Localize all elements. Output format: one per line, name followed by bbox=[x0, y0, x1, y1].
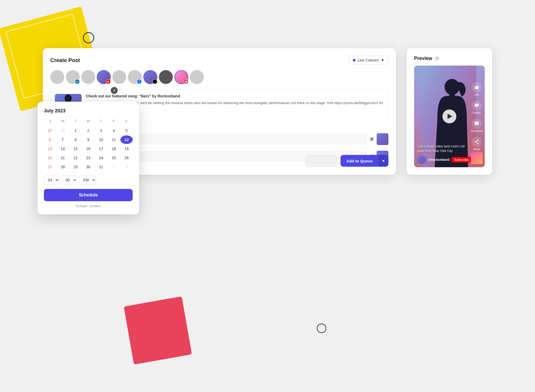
dislike-icon bbox=[472, 100, 482, 111]
video-description-text: Live concert video best rock'n roll band… bbox=[417, 144, 470, 153]
tiktok-badge: ♪ bbox=[152, 79, 157, 84]
cal-day[interactable]: 31 bbox=[95, 163, 107, 171]
cal-day[interactable]: 10 bbox=[95, 135, 107, 144]
ampm-select[interactable]: AM PM bbox=[79, 176, 96, 185]
cal-day[interactable]: 28 bbox=[57, 163, 69, 171]
cal-day[interactable]: 18 bbox=[108, 144, 120, 153]
cal-day[interactable]: 27 bbox=[44, 163, 56, 171]
cal-day[interactable]: 13 bbox=[44, 144, 56, 153]
weekday-s1: S bbox=[44, 118, 56, 124]
avatar-4[interactable]: ▶ bbox=[97, 70, 111, 84]
comment-label: Comment bbox=[471, 130, 483, 132]
youtube-badge: ▶ bbox=[106, 79, 111, 84]
panel-header: Create Post Live Concert ▼ bbox=[50, 56, 388, 65]
cal-day-selected[interactable]: 12 bbox=[120, 135, 133, 144]
video-preview-card: Like Dislike Comment bbox=[414, 66, 485, 167]
cal-day[interactable]: 17 bbox=[95, 144, 107, 153]
instagram-badge: ◉ bbox=[184, 79, 188, 84]
add-to-queue-group: Add to Queue ▼ bbox=[305, 155, 388, 167]
avatar-2[interactable]: in bbox=[66, 70, 80, 84]
channel-row: @rockonband Subscribe bbox=[417, 155, 470, 164]
cal-day[interactable]: 29 bbox=[69, 163, 82, 171]
avatar-8[interactable] bbox=[159, 70, 173, 84]
dropdown-arrow-icon: ▼ bbox=[381, 58, 384, 62]
avatar-9[interactable]: ◉ bbox=[174, 70, 188, 84]
cal-day[interactable]: 27 bbox=[44, 126, 56, 135]
cal-day[interactable]: 11 bbox=[108, 135, 120, 144]
close-post-button[interactable]: ✕ bbox=[111, 87, 118, 94]
dislike-action[interactable]: Dislike bbox=[472, 100, 482, 114]
play-icon bbox=[448, 114, 452, 119]
avatar-5[interactable] bbox=[112, 70, 126, 84]
cal-day[interactable]: 9 bbox=[82, 135, 94, 144]
hour-select[interactable]: 03 04 05 bbox=[44, 176, 59, 185]
cal-day[interactable]: 8 bbox=[69, 135, 82, 144]
image-placeholder-icon-1: ⊞ bbox=[370, 137, 374, 141]
cal-day[interactable]: 20 bbox=[44, 154, 56, 162]
calendar-overlay: July 2023 S M T W T F S 27 28 1 2 3 4 5 … bbox=[37, 102, 139, 214]
svg-point-7 bbox=[65, 94, 72, 102]
cal-day[interactable]: 7 bbox=[57, 135, 69, 144]
bg-red-shape bbox=[124, 296, 192, 365]
avatar-6[interactable]: f bbox=[128, 70, 142, 84]
weekday-w: W bbox=[82, 118, 94, 124]
subscribe-button[interactable]: Subscribe bbox=[452, 157, 471, 162]
preview-title: Preview bbox=[414, 56, 432, 61]
cal-day[interactable]: 19 bbox=[120, 144, 133, 153]
svg-point-9 bbox=[445, 79, 460, 95]
weekday-m: M bbox=[56, 118, 69, 124]
weekday-f: F bbox=[107, 118, 120, 124]
post-featured-text: Check out our featured song: "Bars" by R… bbox=[86, 94, 384, 98]
cal-day[interactable]: 15 bbox=[69, 144, 82, 153]
avatar-7[interactable]: ♪ bbox=[143, 70, 157, 84]
cal-day[interactable]: 16 bbox=[82, 144, 94, 153]
circle-bottom-decoration bbox=[317, 324, 326, 333]
share-label: Share bbox=[473, 148, 480, 151]
comment-action[interactable]: Comment bbox=[471, 119, 483, 132]
cal-day[interactable]: 26 bbox=[120, 154, 133, 162]
share-icon bbox=[472, 137, 482, 147]
dislike-label: Dislike bbox=[473, 111, 481, 114]
cal-day[interactable]: 2 bbox=[82, 126, 94, 135]
avatar-10[interactable] bbox=[190, 70, 204, 84]
add-to-queue-button[interactable]: Add to Queue bbox=[341, 155, 379, 167]
avatar-3[interactable] bbox=[81, 70, 95, 84]
play-button[interactable] bbox=[442, 109, 456, 123]
cal-day[interactable]: 2 bbox=[120, 163, 133, 171]
cal-day[interactable]: 1 bbox=[69, 126, 82, 135]
calendar-weekdays: S M T W T F S bbox=[44, 118, 133, 124]
schedule-button[interactable]: Schedule bbox=[44, 189, 133, 201]
category-dropdown[interactable]: Live Concert ▼ bbox=[349, 56, 388, 65]
cal-day[interactable]: 5 bbox=[120, 126, 133, 135]
circle-top-decoration bbox=[83, 32, 94, 43]
cal-day[interactable]: 28 bbox=[57, 126, 69, 135]
cal-day[interactable]: 6 bbox=[44, 135, 56, 144]
channel-name: @rockonband bbox=[428, 158, 449, 162]
cal-day[interactable]: 30 bbox=[82, 163, 94, 171]
timezone-text: Europe, London bbox=[44, 204, 133, 208]
minute-select[interactable]: 00 15 30 45 bbox=[62, 176, 77, 185]
share-action[interactable]: Share bbox=[472, 137, 482, 151]
weekday-t2: T bbox=[95, 118, 107, 124]
cal-day[interactable]: 22 bbox=[69, 154, 82, 162]
cal-day[interactable]: 4 bbox=[108, 126, 120, 135]
preview-header: Preview ? bbox=[414, 56, 485, 61]
like-action[interactable]: Like bbox=[472, 82, 482, 96]
facebook-badge: f bbox=[137, 79, 142, 84]
cal-day[interactable]: 3 bbox=[95, 126, 107, 135]
cal-day[interactable]: 1 bbox=[108, 163, 120, 171]
category-dot bbox=[353, 59, 356, 62]
add-to-queue-caret-button[interactable]: ▼ bbox=[379, 155, 388, 167]
svg-rect-10 bbox=[449, 94, 455, 99]
share-now-dropdown[interactable] bbox=[305, 155, 337, 167]
avatar-1[interactable] bbox=[50, 70, 64, 84]
preview-help-button[interactable]: ? bbox=[434, 56, 440, 61]
cal-day[interactable]: 23 bbox=[82, 154, 94, 162]
linkedin-badge: in bbox=[75, 79, 80, 84]
cal-day[interactable]: 21 bbox=[57, 154, 69, 162]
avatars-row: in ▶ f ♪ bbox=[50, 70, 388, 84]
category-label: Live Concert bbox=[358, 58, 379, 62]
cal-day[interactable]: 25 bbox=[108, 154, 120, 162]
cal-day[interactable]: 24 bbox=[95, 154, 107, 162]
cal-day[interactable]: 14 bbox=[57, 144, 69, 153]
